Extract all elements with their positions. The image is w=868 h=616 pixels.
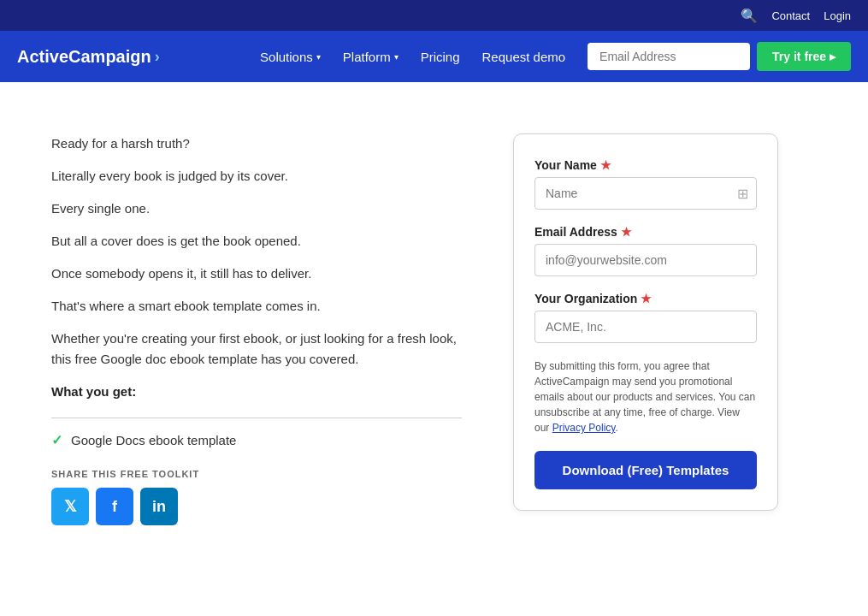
para-1: Ready for a harsh truth? [51,133,462,154]
logo-text: ActiveCampaign [17,47,151,67]
email-label: Email Address ★ [534,225,757,239]
person-icon: ⊞ [737,186,748,202]
chevron-down-icon: ▾ [394,52,399,62]
email-field-group: Email Address ★ [534,225,757,276]
required-star: ★ [621,225,632,239]
nav-solutions[interactable]: Solutions ▾ [251,44,329,69]
nav-pricing[interactable]: Pricing [412,44,469,69]
check-icon: ✓ [51,432,62,448]
required-star: ★ [600,158,611,172]
download-button[interactable]: Download (Free) Templates [534,451,757,489]
twitter-share-button[interactable]: 𝕏 [51,488,89,525]
form-card: Your Name ★ ⊞ Email Address ★ Your Organ… [513,133,778,511]
linkedin-share-button[interactable]: in [140,488,178,525]
top-utility-bar: 🔍 Contact Login [0,0,868,31]
section-divider [51,418,462,418]
left-column: Ready for a harsh truth? Literally every… [51,133,462,565]
privacy-policy-link[interactable]: Privacy Policy [552,422,616,434]
share-label: SHARE THIS FREE TOOLKIT [51,469,462,479]
linkedin-icon: in [152,498,166,516]
name-input-wrapper: ⊞ [534,177,757,210]
para-7: Whether you're creating your first ebook… [51,329,462,370]
para-3: Every single one. [51,198,462,219]
para-4: But all a cover does is get the book ope… [51,231,462,252]
name-input[interactable] [534,177,757,210]
email-input[interactable] [534,244,757,276]
form-disclaimer: By submitting this form, you agree that … [534,358,757,435]
para-5: Once somebody opens it, it still has to … [51,264,462,284]
checklist-item: ✓ Google Docs ebook template [51,432,462,448]
contact-link[interactable]: Contact [771,9,810,22]
main-nav: ActiveCampaign › Solutions ▾ Platform ▾ … [0,31,868,82]
nav-platform[interactable]: Platform ▾ [334,44,407,69]
logo-arrow: › [155,48,160,66]
org-label: Your Organization ★ [534,292,757,305]
facebook-icon: f [112,498,117,516]
search-icon[interactable]: 🔍 [741,8,758,24]
nav-links: Solutions ▾ Platform ▾ Pricing Request d… [251,44,574,69]
try-free-button[interactable]: Try it free ▸ [757,42,851,71]
what-you-get-label: What you get: [51,382,462,402]
main-content: Ready for a harsh truth? Literally every… [0,82,868,616]
nav-email-input[interactable] [588,43,750,70]
checklist-item-label: Google Docs ebook template [71,433,236,447]
required-star: ★ [641,292,652,305]
logo[interactable]: ActiveCampaign › [17,47,160,67]
facebook-share-button[interactable]: f [96,488,133,525]
nav-request-demo[interactable]: Request demo [474,44,575,69]
social-icons: 𝕏 f in [51,488,462,525]
twitter-icon: 𝕏 [64,497,77,516]
right-column: Your Name ★ ⊞ Email Address ★ Your Organ… [513,133,778,565]
login-link[interactable]: Login [824,9,851,22]
org-field-group: Your Organization ★ [534,292,757,343]
name-label: Your Name ★ [534,158,757,172]
org-input[interactable] [534,311,757,343]
para-6: That's where a smart ebook template come… [51,296,462,317]
para-2: Literally every book is judged by its co… [51,166,462,187]
name-field-group: Your Name ★ ⊞ [534,158,757,210]
chevron-down-icon: ▾ [316,52,321,62]
